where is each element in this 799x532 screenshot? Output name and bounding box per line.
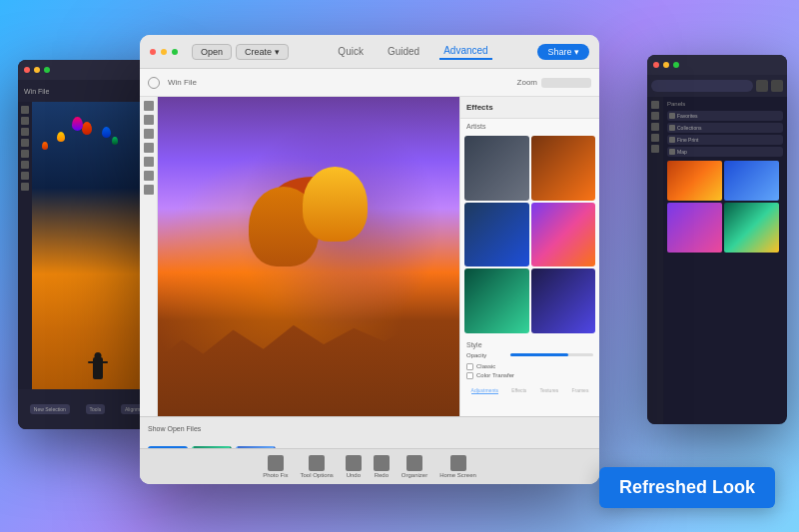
tool-7[interactable] [21, 172, 29, 180]
left-btn-1[interactable]: New Selection [30, 404, 70, 414]
tab-advanced[interactable]: Advanced [439, 43, 491, 60]
adjustments-tabs: Adjustments Effects Textures Frames [460, 384, 599, 397]
adj-frames[interactable]: Frames [571, 387, 588, 393]
left-tool-panel [140, 97, 158, 416]
tool-3[interactable] [21, 128, 29, 136]
tool-5[interactable] [21, 150, 29, 158]
tool-1[interactable] [21, 106, 29, 114]
main-photo [158, 97, 459, 416]
style-checkboxes: Classic Color Transfer [460, 360, 599, 384]
center-min-dot[interactable] [161, 49, 167, 55]
panel-thumb-1[interactable] [464, 136, 529, 201]
refreshed-look-text: Refreshed Look [619, 477, 755, 497]
share-button[interactable]: Share ▾ [537, 44, 589, 60]
right-sidebar-icon-3[interactable] [651, 123, 659, 131]
right-sidebar-icon-5[interactable] [651, 145, 659, 153]
text-tool[interactable] [144, 171, 154, 181]
select-tool[interactable] [144, 101, 154, 111]
right-photo-3[interactable] [667, 203, 722, 253]
right-section-label: Panels [667, 101, 783, 107]
right-min-dot[interactable] [663, 62, 669, 68]
bottom-toolbar: Photo Fix Tool Options Undo Redo Organiz… [140, 448, 599, 484]
right-panel-collections[interactable]: Collections [667, 123, 783, 133]
right-close-dot[interactable] [653, 62, 659, 68]
center-window: Open Create ▾ Quick Guided Advanced Shar… [140, 35, 599, 484]
strip-top-bar: Show Open Files [140, 417, 599, 439]
right-sidebar-icon-4[interactable] [651, 134, 659, 142]
panel-dot-4 [669, 149, 675, 155]
right-sidebar [647, 97, 663, 424]
create-button[interactable]: Create ▾ [236, 44, 289, 60]
opacity-label: Opacity [466, 352, 506, 358]
panel-thumb-3[interactable] [464, 203, 529, 267]
right-panel-favorites[interactable]: Favorites [667, 111, 783, 121]
tab-quick[interactable]: Quick [334, 44, 368, 59]
tool-2[interactable] [21, 117, 29, 125]
organizer-item[interactable]: Organizer [401, 455, 427, 478]
tool-options-item[interactable]: Tool Options [300, 455, 333, 478]
right-photo-1[interactable] [667, 161, 722, 201]
panel-thumb-4[interactable] [531, 203, 596, 267]
center-close-dot[interactable] [150, 49, 156, 55]
expand-dot[interactable] [44, 67, 50, 73]
panel-thumb-5[interactable] [464, 268, 529, 333]
zoom-input[interactable] [541, 78, 591, 88]
right-sidebar-icon-2[interactable] [651, 112, 659, 120]
main-canvas [158, 97, 459, 416]
right-photo-4[interactable] [724, 203, 779, 253]
left-btn-2[interactable]: Tools [86, 404, 106, 414]
right-panel-fine-print[interactable]: Fine Print [667, 135, 783, 145]
right-photo-2[interactable] [724, 161, 779, 201]
adj-adjustments[interactable]: Adjustments [471, 387, 499, 394]
right-panel-map[interactable]: Map [667, 147, 783, 157]
balloon-small1 [42, 142, 48, 150]
photo-fix-label: Photo Fix [263, 472, 288, 478]
classic-checkbox[interactable] [466, 363, 473, 370]
balloon-blue [102, 127, 111, 138]
panel-dot-3 [669, 137, 675, 143]
panel-text-1: Favorites [677, 113, 698, 119]
open-button[interactable]: Open [192, 44, 232, 60]
crop-tool[interactable] [144, 115, 154, 125]
redo-label: Redo [375, 472, 389, 478]
face-right [303, 167, 368, 242]
right-icon-btn-2[interactable] [771, 80, 783, 92]
center-tab-area: Quick Guided Advanced [297, 43, 530, 60]
right-icon-btn-1[interactable] [756, 80, 768, 92]
panel-thumb-6[interactable] [531, 268, 596, 333]
shape-tool[interactable] [144, 185, 154, 195]
tab-guided[interactable]: Guided [384, 44, 423, 59]
brush-tool[interactable] [144, 129, 154, 139]
heal-tool[interactable] [144, 143, 154, 153]
panel-thumb-2[interactable] [531, 136, 596, 201]
adj-effects[interactable]: Effects [511, 387, 526, 393]
right-search-bar[interactable] [651, 80, 753, 92]
tool-8[interactable] [21, 183, 29, 191]
close-dot[interactable] [24, 67, 30, 73]
undo-item[interactable]: Undo [346, 455, 362, 478]
adj-textures[interactable]: Textures [539, 387, 558, 393]
photo-fix-tool[interactable]: Photo Fix [263, 455, 288, 478]
redo-item[interactable]: Redo [374, 455, 390, 478]
opacity-row: Opacity [460, 350, 599, 360]
classic-row: Classic [466, 363, 593, 370]
right-max-dot[interactable] [673, 62, 679, 68]
right-titlebar [647, 55, 787, 75]
left-toolbar [18, 102, 32, 389]
minimize-dot[interactable] [34, 67, 40, 73]
clone-tool[interactable] [144, 157, 154, 167]
effects-panel-header: Effects [460, 97, 599, 119]
tool-4[interactable] [21, 139, 29, 147]
redo-icon [374, 455, 390, 471]
opacity-slider[interactable] [510, 353, 593, 356]
center-max-dot[interactable] [172, 49, 178, 55]
tool-options-label: Tool Options [300, 472, 333, 478]
artists-label: Artists [460, 119, 599, 132]
tool-6[interactable] [21, 161, 29, 169]
right-sidebar-icon-1[interactable] [651, 101, 659, 109]
toolbar-label: Win File [168, 78, 197, 87]
search-icon[interactable] [148, 77, 160, 89]
color-transfer-checkbox[interactable] [466, 372, 473, 379]
home-screen-item[interactable]: Home Screen [439, 455, 476, 478]
right-photo-row-2 [667, 203, 783, 253]
